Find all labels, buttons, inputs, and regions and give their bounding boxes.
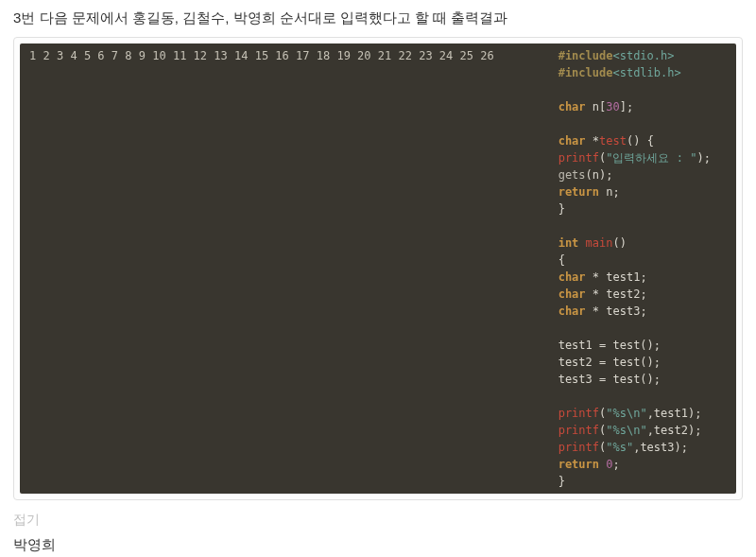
- question-title: 3번 다음 문제에서 홍길동, 김철수, 박영희 순서대로 입력했다고 할 때 …: [13, 9, 743, 27]
- code-content: #include<stdio.h> #include<stdlib.h> cha…: [502, 44, 736, 494]
- code-block: 1 2 3 4 5 6 7 8 9 10 11 12 13 14 15 16 1…: [20, 44, 736, 494]
- fold-toggle[interactable]: 접기: [13, 512, 743, 529]
- output-line: 박영희: [13, 536, 743, 554]
- line-number-gutter: 1 2 3 4 5 6 7 8 9 10 11 12 13 14 15 16 1…: [20, 44, 502, 494]
- code-container: 1 2 3 4 5 6 7 8 9 10 11 12 13 14 15 16 1…: [13, 37, 743, 500]
